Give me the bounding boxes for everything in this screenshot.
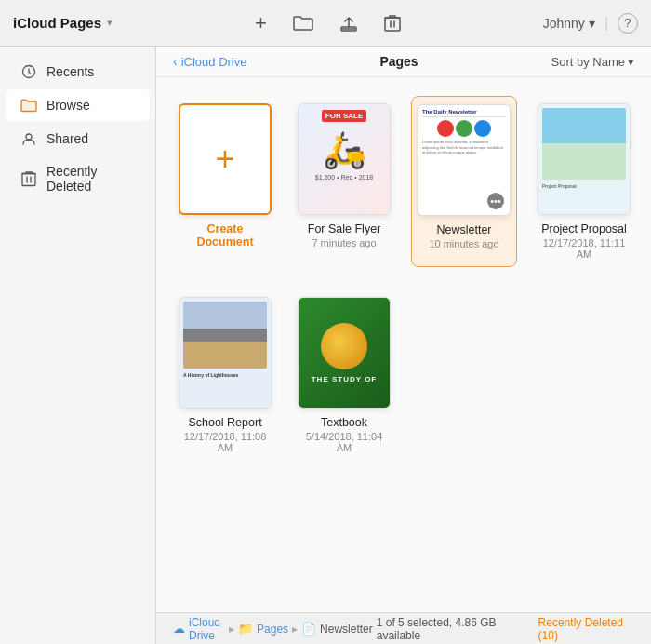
create-thumbnail: +: [179, 103, 272, 215]
status-sep-1: ▸: [229, 623, 234, 636]
sort-chevron: ▾: [628, 55, 634, 69]
file-name-newsletter: Newsletter: [436, 223, 491, 236]
sidebar-label-shared: Shared: [46, 131, 88, 146]
for-sale-price: $1,200 • Red • 2018: [315, 174, 374, 181]
sidebar-label-recents: Recents: [46, 64, 94, 79]
sidebar: Recents Browse Shared: [0, 47, 156, 644]
file-item-school-report[interactable]: A History of Lighthouses School Report 1…: [173, 289, 277, 461]
file-date-newsletter: 10 minutes ago: [429, 238, 498, 249]
file-date-for-sale: 7 minutes ago: [312, 237, 376, 248]
file-date-proposal: 12/17/2018, 11:11 AM: [538, 237, 631, 260]
file-name-create: Create Document: [179, 222, 272, 248]
status-newsletter-icon: 📄: [301, 622, 316, 636]
more-options-button[interactable]: •••: [487, 193, 504, 209]
file-name-proposal: Project Proposal: [541, 222, 627, 235]
user-chevron: ▾: [589, 16, 595, 31]
file-date-school: 12/17/2018, 11:08 AM: [179, 431, 272, 453]
app-title-chevron[interactable]: ▾: [107, 17, 113, 29]
scooter-icon: 🛵: [323, 129, 366, 170]
user-button[interactable]: Johnny ▾: [543, 16, 595, 31]
files-grid: + Create Document FOR SALE 🛵 $1,200 • Re…: [156, 77, 651, 612]
proposal-thumbnail: Project Proposal: [538, 103, 631, 215]
breadcrumb-back[interactable]: ‹ iCloud Drive: [173, 54, 246, 69]
status-icloud-label[interactable]: iCloud Drive: [189, 616, 225, 642]
sidebar-item-browse[interactable]: Browse: [6, 89, 150, 121]
content-area: ‹ iCloud Drive Pages Sort by Name ▾ + Cr…: [156, 47, 651, 644]
sidebar-item-recents[interactable]: Recents: [6, 56, 150, 87]
create-plus-icon: +: [215, 142, 234, 176]
toolbar-right: Johnny ▾ | ?: [543, 13, 638, 34]
file-item-newsletter[interactable]: The Daily Newsletter Lorem ipsum dolor s…: [411, 96, 517, 267]
help-button[interactable]: ?: [618, 13, 638, 34]
toolbar-center: +: [251, 7, 405, 39]
file-item-for-sale-flyer[interactable]: FOR SALE 🛵 $1,200 • Red • 2018 For Sale …: [292, 96, 396, 267]
file-date-textbook: 5/14/2018, 11:04 AM: [298, 431, 391, 453]
for-sale-badge: FOR SALE: [322, 110, 366, 122]
newsletter-thumbnail: The Daily Newsletter Lorem ipsum dolor s…: [418, 104, 511, 216]
app-title: iCloud Pages: [13, 15, 101, 31]
file-item-create[interactable]: + Create Document: [173, 96, 277, 267]
file-name-for-sale: For Sale Flyer: [308, 222, 381, 235]
status-icloud-icon: ☁: [173, 622, 185, 636]
upload-button[interactable]: [336, 10, 362, 36]
sidebar-item-recently-deleted[interactable]: Recently Deleted: [6, 156, 150, 201]
svg-rect-4: [22, 174, 35, 186]
file-name-textbook: Textbook: [321, 416, 367, 429]
textbook-thumbnail: THE STUDY OF: [298, 297, 391, 409]
browse-icon: [20, 97, 37, 114]
folder-icon: [293, 15, 313, 32]
upload-icon: [339, 14, 358, 33]
file-item-textbook[interactable]: THE STUDY OF Textbook 5/14/2018, 11:04 A…: [292, 289, 396, 461]
status-pages-label[interactable]: Pages: [257, 623, 288, 636]
sidebar-label-browse: Browse: [46, 98, 90, 113]
status-bar: ☁ iCloud Drive ▸ 📁 Pages ▸ 📄 Newsletter …: [156, 612, 651, 644]
recents-icon: [20, 63, 37, 80]
recently-deleted-icon: [20, 170, 37, 187]
toolbar-left: iCloud Pages ▾: [13, 15, 113, 31]
status-newsletter-label: Newsletter: [320, 623, 373, 636]
status-breadcrumb: ☁ iCloud Drive ▸ 📁 Pages ▸ 📄 Newsletter: [173, 616, 373, 642]
sort-label: Sort by Name: [551, 55, 625, 69]
svg-point-3: [26, 134, 32, 140]
trash-icon: [384, 14, 401, 33]
user-name: Johnny: [543, 16, 585, 31]
sidebar-label-recently-deleted: Recently Deleted: [46, 164, 135, 194]
sort-button[interactable]: Sort by Name ▾: [551, 55, 634, 69]
sidebar-item-shared[interactable]: Shared: [6, 123, 150, 154]
status-info: 1 of 5 selected, 4.86 GB available: [377, 616, 525, 642]
browse-button[interactable]: [289, 11, 317, 35]
breadcrumb-back-label: iCloud Drive: [181, 55, 247, 69]
shared-icon: [20, 130, 37, 147]
breadcrumb-current: Pages: [379, 54, 418, 69]
school-thumbnail: A History of Lighthouses: [179, 297, 272, 409]
status-pages-icon: 📁: [238, 622, 253, 636]
status-sep-2: ▸: [292, 623, 298, 636]
for-sale-thumbnail: FOR SALE 🛵 $1,200 • Red • 2018: [298, 103, 391, 215]
file-name-school: School Report: [188, 416, 261, 429]
main-layout: Recents Browse Shared: [0, 47, 651, 644]
toolbar: iCloud Pages ▾ + Johnny: [0, 0, 651, 47]
breadcrumb-bar: ‹ iCloud Drive Pages Sort by Name ▾: [156, 47, 651, 77]
add-button[interactable]: +: [251, 7, 271, 39]
status-recently-deleted[interactable]: Recently Deleted (10): [538, 616, 634, 642]
svg-rect-1: [385, 18, 400, 31]
file-item-project-proposal[interactable]: Project Proposal Project Proposal 12/17/…: [532, 96, 636, 267]
delete-button[interactable]: [380, 10, 405, 36]
back-chevron-icon: ‹: [173, 54, 178, 69]
